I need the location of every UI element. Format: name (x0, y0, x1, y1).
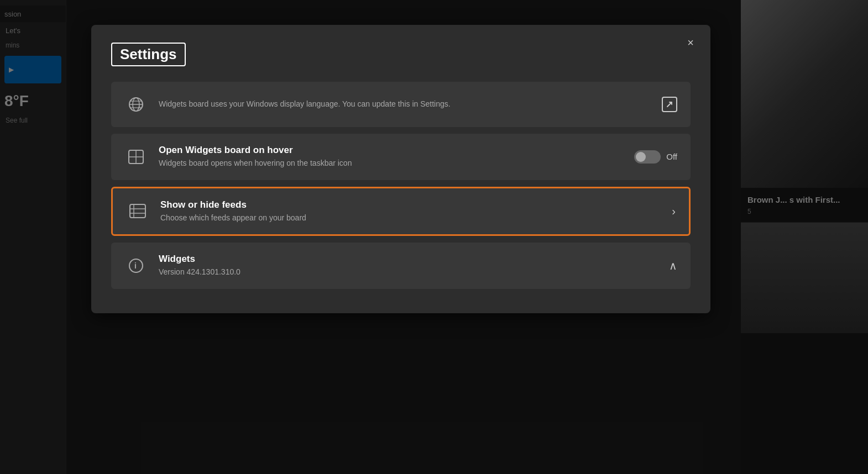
external-link-icon[interactable] (662, 97, 677, 112)
hover-title: Open Widgets board on hover (159, 145, 623, 156)
settings-row-language: A Widgets board uses your Windows displa… (111, 82, 691, 127)
hover-toggle-container[interactable]: Off (634, 150, 677, 164)
close-button[interactable]: × (682, 34, 699, 51)
language-action[interactable] (662, 97, 677, 112)
widgets-action[interactable]: ∧ (669, 259, 677, 272)
settings-row-hover: Open Widgets board on hover Widgets boar… (111, 134, 691, 180)
widgets-version: Version 424.1301.310.0 (159, 267, 658, 278)
widgets-title: Widgets (159, 254, 658, 265)
hover-content: Open Widgets board on hover Widgets boar… (159, 145, 623, 169)
feeds-description: Choose which feeds appear on your board (160, 213, 661, 224)
close-icon: × (687, 36, 694, 49)
settings-row-widgets: i Widgets Version 424.1301.310.0 ∧ (111, 243, 691, 289)
svg-text:i: i (134, 261, 137, 270)
hover-toggle[interactable] (634, 150, 661, 164)
settings-modal: × Settings A Widgets board uses your Win… (91, 25, 710, 313)
settings-title: Settings (111, 43, 186, 66)
feeds-title: Show or hide feeds (160, 199, 661, 210)
settings-row-feeds[interactable]: Show or hide feeds Choose which feeds ap… (111, 187, 691, 236)
feeds-action[interactable]: › (672, 205, 676, 218)
hover-icon (124, 145, 148, 168)
hover-description: Widgets board opens when hovering on the… (159, 158, 623, 169)
language-icon: A (124, 93, 148, 116)
widgets-content: Widgets Version 424.1301.310.0 (159, 254, 658, 278)
widgets-info-icon: i (124, 254, 148, 277)
language-description: Widgets board uses your Windows display … (159, 99, 651, 110)
toggle-thumb (636, 152, 646, 162)
feeds-chevron-right-icon: › (672, 205, 676, 218)
svg-rect-9 (130, 204, 145, 218)
toggle-off-label: Off (666, 152, 677, 161)
feeds-icon (126, 199, 149, 223)
language-content: Widgets board uses your Windows display … (159, 99, 651, 110)
svg-text:A: A (138, 105, 141, 110)
feeds-content: Show or hide feeds Choose which feeds ap… (160, 199, 661, 224)
hover-action[interactable]: Off (634, 150, 677, 164)
widgets-chevron-up-icon: ∧ (669, 259, 677, 272)
